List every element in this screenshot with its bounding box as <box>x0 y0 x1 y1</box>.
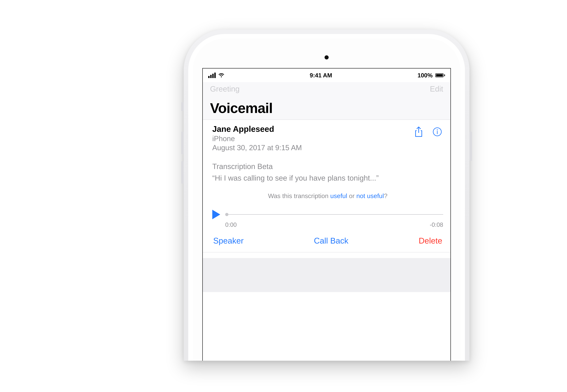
play-icon[interactable] <box>212 210 220 219</box>
greeting-button[interactable]: Greeting <box>210 84 240 93</box>
battery-icon <box>435 73 445 77</box>
transcription-feedback: Was this transcription useful or not use… <box>212 192 443 199</box>
time-elapsed: 0:00 <box>225 221 237 228</box>
wifi-icon <box>218 73 224 77</box>
share-icon[interactable] <box>414 126 423 137</box>
status-bar: 9:41 AM 100% <box>203 69 450 82</box>
battery-percent: 100% <box>417 72 433 79</box>
caller-device: iPhone <box>212 134 414 143</box>
voicemail-timestamp: August 30, 2017 at 9:15 AM <box>212 143 414 152</box>
feedback-not-useful-link[interactable]: not useful <box>356 192 384 199</box>
caller-name: Jane Appleseed <box>212 124 414 134</box>
proximity-sensor <box>325 55 329 59</box>
transcription-text: “Hi I was calling to see if you have pla… <box>212 173 414 183</box>
delete-button[interactable]: Delete <box>419 236 442 245</box>
feedback-suffix: ? <box>384 192 387 199</box>
content-below-fold <box>203 258 450 292</box>
phone-screen: 9:41 AM 100% Greeting Edit <box>202 68 451 361</box>
iphone-frame: 9:41 AM 100% Greeting Edit <box>184 29 470 361</box>
edit-button[interactable]: Edit <box>430 84 443 93</box>
time-remaining: -0:08 <box>430 221 443 228</box>
feedback-mid: or <box>347 192 356 199</box>
power-button <box>470 132 472 161</box>
volume-down-button <box>181 161 184 184</box>
volume-up-button <box>181 132 184 154</box>
playback-scrubber[interactable] <box>225 214 443 215</box>
nav-bar: Greeting Edit Voicemail <box>203 82 450 120</box>
speaker-button[interactable]: Speaker <box>213 236 244 245</box>
transcription-label: Transcription Beta <box>212 162 443 171</box>
scrubber-thumb[interactable] <box>225 213 228 216</box>
status-time: 9:41 AM <box>310 72 332 79</box>
page-title: Voicemail <box>210 100 443 116</box>
mute-switch <box>181 102 184 111</box>
feedback-prefix: Was this transcription <box>268 192 330 199</box>
call-back-button[interactable]: Call Back <box>314 236 348 245</box>
info-icon[interactable] <box>432 126 442 137</box>
feedback-useful-link[interactable]: useful <box>330 192 347 199</box>
svg-point-1 <box>437 129 438 130</box>
voicemail-item[interactable]: Jane Appleseed iPhone August 30, 2017 at… <box>203 120 450 252</box>
cellular-signal-icon <box>208 73 216 78</box>
